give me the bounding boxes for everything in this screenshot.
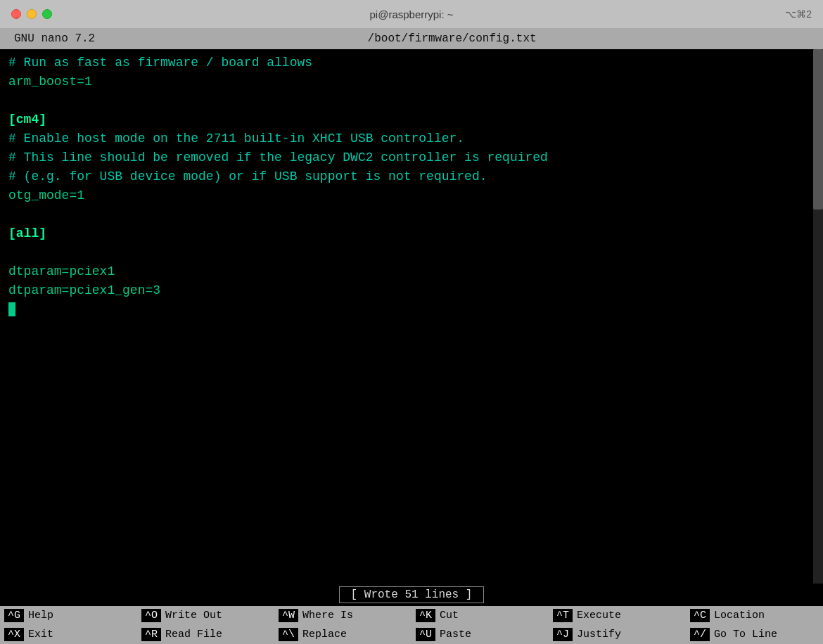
- editor-line: # This line should be removed if the leg…: [8, 148, 815, 167]
- shortcut-label: Write Out: [165, 610, 222, 622]
- shortcut-key: ^C: [690, 609, 710, 622]
- editor-line: dtparam=pciex1_gen=3: [8, 281, 815, 300]
- shortcut-key: ^X: [4, 628, 24, 641]
- shortcut-label: Help: [28, 610, 53, 622]
- shortcut-item[interactable]: ^XExit: [0, 625, 137, 644]
- shortcut-key: ^J: [553, 628, 573, 641]
- shortcut-label: Paste: [440, 629, 471, 640]
- shortcut-item[interactable]: ^TExecute: [549, 606, 686, 625]
- shortcut-item[interactable]: ^UPaste: [412, 625, 549, 644]
- shortcut-label: Replace: [302, 629, 347, 640]
- shortcut-key: ^W: [279, 609, 298, 622]
- shortcut-item[interactable]: ^KCut: [412, 606, 549, 625]
- title-bar: pi@raspberrypi: ~ ⌥⌘2: [0, 0, 823, 28]
- minimize-button[interactable]: [27, 9, 37, 19]
- editor-line: arm_boost=1: [8, 72, 815, 91]
- status-message: [ Wrote 51 lines ]: [339, 586, 485, 603]
- shortcut-item[interactable]: ^RRead File: [137, 625, 274, 644]
- shortcut-bar: ^GHelp^OWrite Out^WWhere Is^KCut^TExecut…: [0, 606, 823, 644]
- close-button[interactable]: [11, 9, 21, 19]
- editor-area[interactable]: # Run as fast as firmware / board allows…: [0, 49, 823, 584]
- editor-line: otg_mode=1: [8, 186, 815, 205]
- editor-line: # (e.g. for USB device mode) or if USB s…: [8, 167, 815, 186]
- shortcut-item[interactable]: ^OWrite Out: [137, 606, 274, 625]
- shortcut-key: ^/: [690, 628, 710, 641]
- shortcut-item[interactable]: ^JJustify: [549, 625, 686, 644]
- scrollbar-thumb[interactable]: [813, 49, 823, 210]
- editor-line: [cm4]: [8, 110, 815, 129]
- shortcut-row-1: ^GHelp^OWrite Out^WWhere Is^KCut^TExecut…: [0, 606, 823, 625]
- status-bar: [ Wrote 51 lines ]: [0, 584, 823, 606]
- shortcut-key: ^\: [279, 628, 298, 641]
- maximize-button[interactable]: [42, 9, 52, 19]
- shortcut-key: ^G: [4, 609, 24, 622]
- shortcut-item[interactable]: ^/Go To Line: [686, 625, 823, 644]
- shortcut-label: Exit: [28, 629, 53, 640]
- shortcut-label: Read File: [165, 629, 222, 640]
- shortcut-key: ^O: [141, 609, 161, 622]
- shortcut-label: Execute: [577, 610, 621, 622]
- window-title: pi@raspberrypi: ~: [369, 8, 453, 20]
- editor-line: [8, 243, 815, 262]
- nano-header: GNU nano 7.2 /boot/firmware/config.txt: [0, 28, 823, 49]
- editor-line-cursor: [8, 300, 815, 319]
- nano-version: GNU nano 7.2: [14, 32, 95, 45]
- text-cursor: [8, 302, 15, 316]
- editor-content: # Run as fast as firmware / board allows…: [8, 53, 815, 319]
- shortcut-row-2: ^XExit^RRead File^\Replace^UPaste^JJusti…: [0, 625, 823, 644]
- shortcut-item[interactable]: ^\Replace: [274, 625, 412, 644]
- editor-line: # Run as fast as firmware / board allows: [8, 53, 815, 72]
- scrollbar[interactable]: [813, 49, 823, 584]
- shortcut-label: Location: [714, 610, 765, 622]
- shortcut-key: ^T: [553, 609, 573, 622]
- file-path: /boot/firmware/config.txt: [95, 32, 809, 45]
- shortcut-item[interactable]: ^WWhere Is: [274, 606, 412, 625]
- shortcut-label: Justify: [577, 629, 621, 640]
- shortcut-label: Cut: [440, 610, 459, 622]
- editor-line: [all]: [8, 224, 815, 243]
- shortcut-item[interactable]: ^GHelp: [0, 606, 137, 625]
- shortcut-item[interactable]: ^CLocation: [686, 606, 823, 625]
- shortcut-label: Where Is: [302, 610, 353, 622]
- shortcut-label: Go To Line: [714, 629, 777, 640]
- window-shortcut: ⌥⌘2: [785, 8, 812, 20]
- shortcut-key: ^R: [141, 628, 161, 641]
- editor-line: dtparam=pciex1: [8, 262, 815, 281]
- editor-line: # Enable host mode on the 2711 built-in …: [8, 129, 815, 148]
- shortcut-key: ^U: [416, 628, 435, 641]
- shortcut-key: ^K: [416, 609, 435, 622]
- window-controls[interactable]: [11, 9, 52, 19]
- editor-line: [8, 205, 815, 224]
- editor-line: [8, 91, 815, 110]
